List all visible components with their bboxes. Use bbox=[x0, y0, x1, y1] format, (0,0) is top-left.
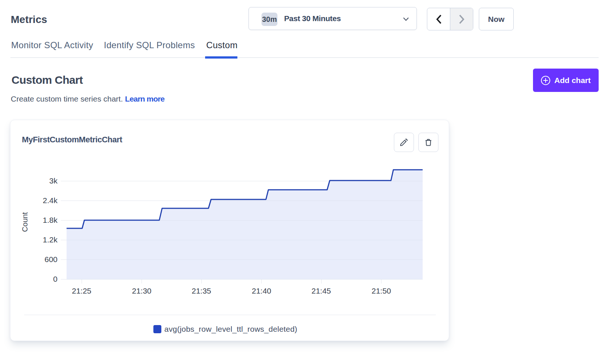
svg-text:600: 600 bbox=[45, 255, 57, 264]
svg-text:21:25: 21:25 bbox=[72, 287, 92, 295]
svg-text:Count: Count bbox=[21, 212, 29, 232]
svg-text:21:45: 21:45 bbox=[312, 287, 331, 295]
svg-text:21:50: 21:50 bbox=[372, 287, 391, 295]
svg-text:21:40: 21:40 bbox=[252, 287, 272, 295]
svg-text:avg(jobs_row_level_ttl_rows_de: avg(jobs_row_level_ttl_rows_deleted) bbox=[164, 325, 297, 334]
svg-text:2.4k: 2.4k bbox=[43, 196, 57, 205]
svg-text:21:30: 21:30 bbox=[132, 287, 152, 295]
svg-text:1.8k: 1.8k bbox=[43, 216, 57, 224]
svg-text:3k: 3k bbox=[49, 176, 58, 185]
svg-text:1.2k: 1.2k bbox=[43, 235, 57, 244]
svg-text:21:35: 21:35 bbox=[192, 287, 211, 295]
svg-text:0: 0 bbox=[53, 275, 57, 283]
